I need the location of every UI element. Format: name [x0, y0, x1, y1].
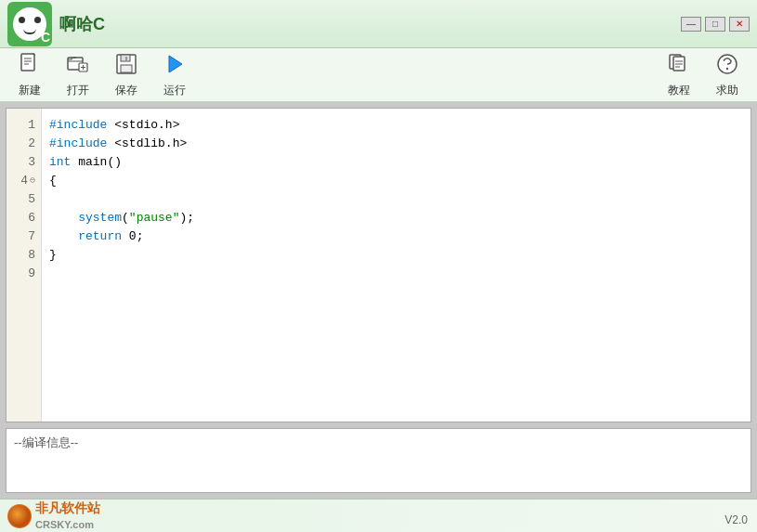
line-number-2: 2	[7, 135, 41, 153]
run-label: 运行	[163, 83, 186, 98]
svg-marker-12	[169, 56, 182, 72]
tutorial-label: 教程	[668, 83, 690, 98]
close-button[interactable]: ✕	[729, 17, 750, 32]
compile-panel: --编译信息--	[6, 428, 751, 493]
line-numbers: 1 2 3 4 ⊖ 5 6 7 8 9	[7, 109, 42, 422]
save-label: 保存	[115, 83, 137, 98]
window-controls: — □ ✕	[681, 17, 750, 32]
svg-rect-0	[21, 54, 34, 71]
run-button[interactable]: 运行	[152, 47, 197, 102]
help-icon	[714, 51, 740, 81]
toolbar: 新建 打开 保存	[0, 48, 757, 102]
svg-rect-10	[121, 65, 132, 72]
title-bar: C 啊哈C — □ ✕	[0, 0, 757, 48]
save-button[interactable]: 保存	[104, 47, 149, 102]
line-number-1: 1	[7, 116, 41, 135]
line-number-7: 7	[7, 227, 41, 246]
line-number-8: 8	[7, 246, 41, 265]
bottom-logo-icon	[7, 504, 32, 528]
maximize-button[interactable]: □	[705, 17, 725, 32]
main-area: 1 2 3 4 ⊖ 5 6 7 8 9 #include <stdio.h> #…	[0, 102, 757, 499]
tutorial-icon	[666, 51, 692, 81]
save-icon	[113, 51, 139, 81]
svg-point-20	[8, 505, 31, 527]
line-number-9: 9	[7, 265, 41, 283]
new-icon	[17, 51, 43, 81]
help-button[interactable]: 求助	[705, 47, 750, 102]
run-icon	[162, 51, 188, 81]
version-text: V2.0	[724, 513, 748, 526]
bottom-logo: 非凡软件站 CRSKY.com	[7, 500, 100, 531]
compile-info-label: --编译信息--	[14, 435, 78, 449]
code-editor[interactable]: #include <stdio.h> #include <stdlib.h> i…	[42, 109, 750, 422]
minimize-button[interactable]: —	[681, 17, 701, 32]
site-name: 非凡软件站	[35, 500, 100, 515]
new-label: 新建	[19, 83, 41, 98]
app-logo: C	[7, 2, 52, 46]
open-button[interactable]: 打开	[56, 47, 100, 102]
open-icon	[65, 51, 91, 81]
help-tools: 教程 求助	[657, 47, 750, 102]
bottom-bar: 非凡软件站 CRSKY.com V2.0	[0, 499, 757, 532]
editor-panel: 1 2 3 4 ⊖ 5 6 7 8 9 #include <stdio.h> #…	[6, 108, 751, 422]
help-label: 求助	[716, 83, 738, 98]
line-number-6: 6	[7, 209, 41, 227]
svg-point-19	[726, 68, 728, 70]
line-number-5: 5	[7, 190, 41, 209]
app-title: 啊哈C	[59, 13, 681, 35]
svg-rect-9	[121, 55, 130, 61]
fold-icon-4[interactable]: ⊖	[30, 172, 35, 190]
new-button[interactable]: 新建	[7, 47, 52, 102]
tutorial-button[interactable]: 教程	[657, 47, 701, 102]
line-number-4: 4 ⊖	[7, 172, 41, 190]
line-number-3: 3	[7, 153, 41, 172]
site-url: CRSKY.com	[35, 519, 94, 530]
bottom-site-text: 非凡软件站 CRSKY.com	[35, 500, 100, 531]
open-label: 打开	[67, 83, 89, 98]
